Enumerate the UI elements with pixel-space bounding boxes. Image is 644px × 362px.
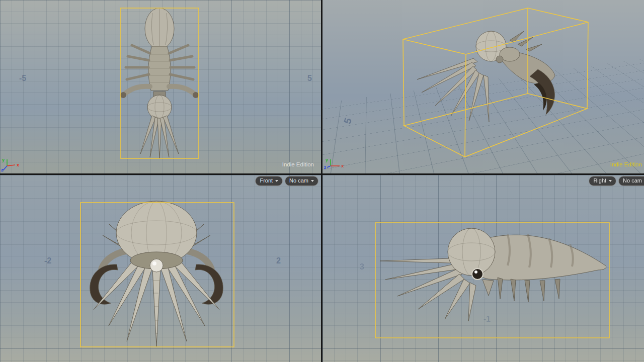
view-menu-label: Front — [260, 177, 273, 185]
model-front-view[interactable] — [90, 201, 223, 346]
view-menu-label: Right — [593, 177, 606, 185]
front-view-canvas: -2 2 — [0, 175, 321, 362]
viewport-perspective-view[interactable]: 5 — [323, 0, 644, 173]
grid-coordinate-label: -5 — [19, 74, 26, 82]
axis-y-label: y — [326, 157, 328, 162]
indie-edition-watermark: Indie Edition — [282, 161, 314, 167]
axis-gizmo: y x z — [1, 157, 24, 172]
viewport-front-view[interactable]: -2 2 — [0, 175, 321, 362]
viewport-right-view[interactable]: 3 -1 — [323, 175, 644, 362]
grid-coordinate-label: 3 — [360, 262, 364, 271]
viewport-top-view[interactable]: -5 5 — [0, 0, 321, 173]
axis-z-label: z — [324, 165, 327, 170]
axis-x-label: x — [17, 162, 19, 167]
viewport-splitter-vertical[interactable] — [321, 0, 323, 362]
grid-coordinate-label: 2 — [276, 256, 281, 265]
model-perspective-view[interactable] — [417, 31, 555, 122]
camera-menu-label: No cam — [623, 177, 642, 185]
top-view-canvas: -5 5 — [0, 0, 321, 173]
grid-coordinate-label: 5 — [307, 74, 312, 82]
axis-z-label: z — [1, 167, 4, 172]
indie-edition-watermark: Indie Edition — [610, 161, 642, 167]
grid-coordinate-label: -2 — [44, 256, 51, 265]
perspective-view-canvas: 5 — [323, 0, 644, 173]
view-menu-button[interactable]: Right — [589, 176, 616, 186]
model-right-view[interactable] — [380, 228, 606, 321]
selection-bounding-box-3d — [403, 8, 588, 157]
grid-coordinate-label: -1 — [484, 315, 491, 323]
axis-gizmo: y z x — [324, 157, 347, 172]
chevron-down-icon — [609, 180, 612, 182]
viewport-splitter-horizontal[interactable] — [0, 173, 644, 175]
quad-viewport-stage: -5 5 — [0, 0, 644, 362]
view-menu-button[interactable]: Front — [255, 176, 283, 186]
camera-menu-button[interactable]: No cam — [285, 176, 318, 186]
right-view-canvas: 3 -1 — [323, 175, 644, 362]
chevron-down-icon — [275, 180, 278, 182]
axis-x-label: x — [341, 163, 344, 168]
axis-y-label: y — [2, 157, 5, 162]
viewport-controls: Front No cam — [255, 176, 318, 186]
camera-menu-label: No cam — [289, 177, 308, 185]
grid-coordinate-label: 5 — [342, 117, 354, 125]
chevron-down-icon — [311, 180, 314, 182]
model-top-view[interactable] — [120, 8, 199, 159]
viewport-controls: Right No cam — [589, 176, 644, 186]
camera-menu-button[interactable]: No cam — [618, 176, 644, 186]
